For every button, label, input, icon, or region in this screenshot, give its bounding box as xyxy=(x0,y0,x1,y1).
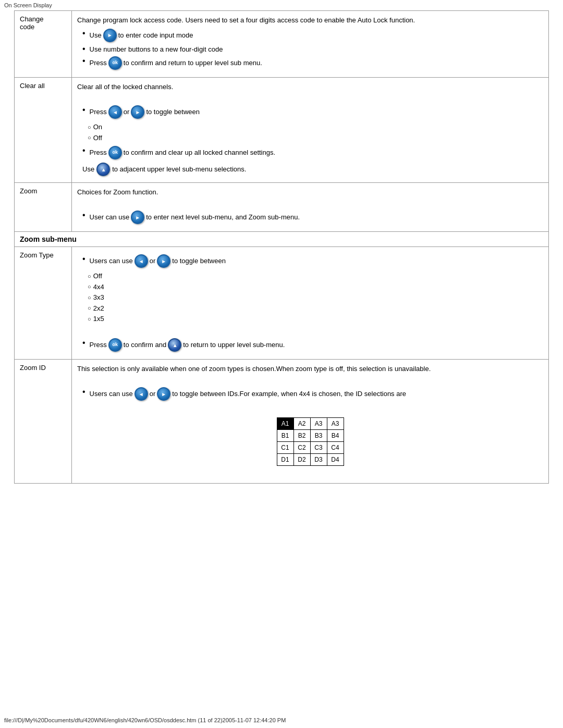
nav-icon-zt: ▴ xyxy=(168,338,181,352)
bullet-zt-2: Press ok to confirm and ▴ to return to u… xyxy=(82,338,543,352)
intro-zoom: Choices for Zoom function. xyxy=(77,187,543,198)
bullet-text-1: to enter code input mode xyxy=(118,30,193,41)
zoom-submenu-label: Zoom sub-menu xyxy=(15,232,549,247)
nav-up-icon-ca: ▴ xyxy=(96,163,110,176)
zoom-submenu-header-row: Zoom sub-menu xyxy=(15,232,549,247)
bullet-1: Use ► to enter code input mode xyxy=(82,29,543,42)
cell-c1: C1 xyxy=(277,441,293,453)
right-arrow-icon-zt: ► xyxy=(157,254,170,268)
zoom-id-row-a: A1 A2 A3 A3 xyxy=(277,417,344,429)
use-text-1: Use xyxy=(90,30,102,41)
bullets-clear-all: Press ◄ or ► to toggle between xyxy=(82,105,543,119)
bullet-ca-1: Press ◄ or ► to toggle between xyxy=(82,105,543,119)
table-row-zoom-id: Zoom ID This selection is only available… xyxy=(15,360,549,484)
intro-change-code: Change program lock access code. Users n… xyxy=(77,15,543,26)
sub-off-zt: Off xyxy=(88,271,543,281)
cell-c3: C3 xyxy=(310,441,327,453)
cell-b4: B4 xyxy=(327,429,344,441)
cell-a1: A1 xyxy=(277,417,293,429)
content-clear-all: Clear all of the locked channels. Press … xyxy=(72,78,549,183)
left-arrow-icon-zt: ◄ xyxy=(134,254,148,268)
cell-c4: C4 xyxy=(327,441,344,453)
bullet-zi-1: Users can use ◄ or ► to toggle between I… xyxy=(82,387,543,401)
bullet-ca-2: Press ok to confirm and clear up all loc… xyxy=(82,146,543,159)
sub-3x3-zt: 3x3 xyxy=(88,292,543,303)
cell-d4: D4 xyxy=(327,453,344,465)
content-change-code: Change program lock access code. Users n… xyxy=(72,11,549,78)
bullet-zoom-1: User can use ► to enter next level sub-m… xyxy=(82,211,543,224)
cell-a4: A3 xyxy=(327,417,344,429)
bullet-2: Use number buttons to a new four-digit c… xyxy=(82,44,543,55)
sublist-ca: On Off xyxy=(88,122,543,143)
zoom-id-row-d: D1 D2 D3 D4 xyxy=(277,453,344,465)
sub-4x4-zt: 4x4 xyxy=(88,282,543,292)
cell-a3: A3 xyxy=(310,417,327,429)
cell-b2: B2 xyxy=(293,429,310,441)
content-zoom-id: This selection is only available when on… xyxy=(72,360,549,484)
right-arrow-icon-zi: ► xyxy=(157,387,170,401)
right-arrow-icon-ca: ► xyxy=(131,105,144,119)
zoom-id-row-c: C1 C2 C3 C4 xyxy=(277,441,344,453)
table-row-change-code: Changecode Change program lock access co… xyxy=(15,11,549,78)
bullet-ca-text-2: to confirm and clear up all locked chann… xyxy=(124,147,275,158)
label-zoom: Zoom xyxy=(15,183,72,232)
label-zoom-type: Zoom Type xyxy=(15,247,72,360)
ok-icon-1: ok xyxy=(108,56,122,70)
left-arrow-icon-ca: ◄ xyxy=(108,105,122,119)
intro-clear-all: Clear all of the locked channels. xyxy=(77,82,543,92)
cell-d2: D2 xyxy=(293,453,310,465)
bullets-zoom-type-2: Press ok to confirm and ▴ to return to u… xyxy=(82,338,543,352)
intro-zoom-id: This selection is only available when on… xyxy=(77,364,543,374)
cell-d3: D3 xyxy=(310,453,327,465)
use-line-ca: Use ▴ to adjacent upper level sub-menu s… xyxy=(82,163,543,176)
table-row-zoom: Zoom Choices for Zoom function. User can… xyxy=(15,183,549,232)
content-zoom: Choices for Zoom function. User can use … xyxy=(72,183,549,232)
cell-b3: B3 xyxy=(310,429,327,441)
sub-off: Off xyxy=(88,133,543,143)
bullets-zoom: User can use ► to enter next level sub-m… xyxy=(82,211,543,224)
sub-on: On xyxy=(88,122,543,132)
label-change-code: Changecode xyxy=(15,11,72,78)
ok-icon-ca: ok xyxy=(108,146,122,159)
sub-2x2-zt: 2x2 xyxy=(88,303,543,314)
label-zoom-id: Zoom ID xyxy=(15,360,72,484)
bullets-zoom-type: Users can use ◄ or ► to toggle between xyxy=(82,254,543,268)
bullet-3: Press ok to confirm and return to upper … xyxy=(82,56,543,70)
bullets-zoom-id: Users can use ◄ or ► to toggle between I… xyxy=(82,387,543,401)
sublist-zt: Off 4x4 3x3 2x2 1x5 xyxy=(88,271,543,324)
page-footer: file:///D|/My%20Documents/dfu/420WN6/eng… xyxy=(0,715,563,725)
bullets-clear-all-2: Press ok to confirm and clear up all loc… xyxy=(82,146,543,159)
table-row-zoom-type: Zoom Type Users can use ◄ or ► to toggle… xyxy=(15,247,549,360)
bullet-text-3: to confirm and return to upper level sub… xyxy=(124,58,262,68)
right-arrow-icon-zoom: ► xyxy=(131,211,144,224)
label-clear-all: Clear all xyxy=(15,78,72,183)
bullets-change-code: Use ► to enter code input mode Use numbe… xyxy=(82,29,543,70)
main-table: Changecode Change program lock access co… xyxy=(14,10,549,484)
zoom-id-table: A1 A2 A3 A3 B1 B2 B3 B4 C1 C2 C3 C4 xyxy=(277,417,344,466)
bullet-zoom-text: to enter next level sub-menu, and Zoom s… xyxy=(146,212,300,223)
content-zoom-type: Users can use ◄ or ► to toggle between O… xyxy=(72,247,549,360)
bullet-text-2: Use number buttons to a new four-digit c… xyxy=(90,44,223,55)
cell-d1: D1 xyxy=(277,453,293,465)
table-row-clear-all: Clear all Clear all of the locked channe… xyxy=(15,78,549,183)
cell-a2: A2 xyxy=(293,417,310,429)
cell-b1: B1 xyxy=(277,429,293,441)
ok-icon-zt: ok xyxy=(108,338,122,352)
left-arrow-icon-zi: ◄ xyxy=(134,387,148,401)
page-header: On Screen Display xyxy=(0,0,563,10)
cell-c2: C2 xyxy=(293,441,310,453)
sub-1x5-zt: 1x5 xyxy=(88,314,543,324)
bullet-zt-1: Users can use ◄ or ► to toggle between xyxy=(82,254,543,268)
zoom-id-row-b: B1 B2 B3 B4 xyxy=(277,429,344,441)
right-arrow-icon-1: ► xyxy=(103,29,117,42)
